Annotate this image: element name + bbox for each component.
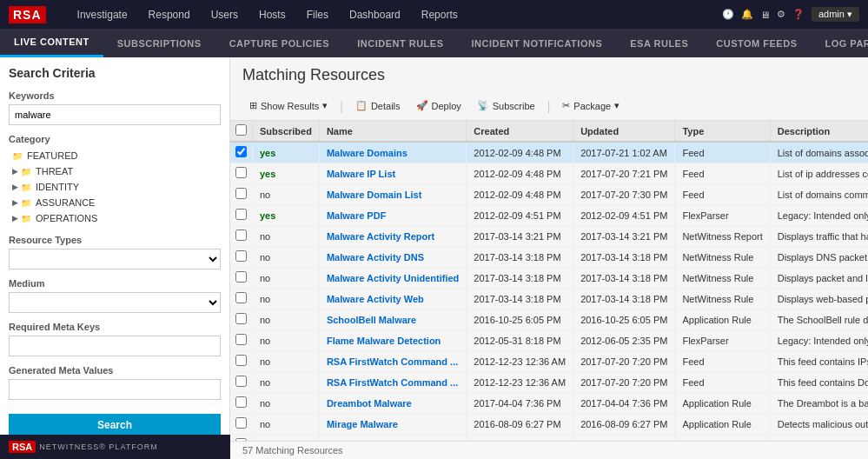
cat-featured[interactable]: 📁 FEATURED <box>9 148 221 163</box>
row-checkbox[interactable] <box>230 163 253 184</box>
row-name[interactable]: Flame Malware Detection <box>319 330 466 351</box>
col-description[interactable]: Description <box>770 121 868 142</box>
details-button[interactable]: 📋 Details <box>348 96 407 115</box>
subnav-esa-rules[interactable]: ESA RULES <box>616 29 702 57</box>
cat-identity-label: IDENTITY <box>36 182 79 192</box>
row-description: Displays traffic that has... <box>770 226 868 247</box>
cat-identity[interactable]: ▶ 📁 IDENTITY <box>9 179 221 195</box>
search-button[interactable]: Search <box>9 414 221 436</box>
row-checkbox[interactable] <box>230 372 253 393</box>
row-name[interactable]: SchoolBell Malware <box>319 309 466 330</box>
row-name[interactable]: Malware Domains <box>319 142 466 163</box>
col-updated[interactable]: Updated <box>573 121 675 142</box>
nav-hosts[interactable]: Hosts <box>248 0 296 29</box>
nav-users[interactable]: Users <box>201 0 248 29</box>
table-row[interactable]: no Dreambot Malware 2017-04-04 7:36 PM 2… <box>230 393 868 414</box>
subnav-capture-policies[interactable]: CAPTURE POLICIES <box>215 29 344 57</box>
subscribe-button[interactable]: 📡 Subscribe <box>470 96 542 115</box>
row-checkbox[interactable] <box>230 330 253 351</box>
nav-reports[interactable]: Reports <box>411 0 468 29</box>
keywords-input[interactable] <box>9 104 221 125</box>
row-checkbox[interactable] <box>230 289 253 309</box>
subnav-subscriptions[interactable]: SUBSCRIPTIONS <box>103 29 215 57</box>
col-subscribed[interactable]: Subscribed <box>253 121 320 142</box>
subnav-custom-feeds[interactable]: CUSTOM FEEDS <box>702 29 811 57</box>
clock-icon[interactable]: 🕐 <box>722 9 734 20</box>
show-results-button[interactable]: ⊞ Show Results ▾ <box>242 96 335 115</box>
row-checkbox[interactable] <box>230 393 253 414</box>
subnav-incident-rules[interactable]: INCIDENT RULES <box>343 29 457 57</box>
row-name[interactable]: ... <box>319 435 466 442</box>
table-row[interactable]: no Malware Activity DNS 2017-03-14 3:18 … <box>230 247 868 268</box>
table-row[interactable]: no Mirage Malware 2016-08-09 6:27 PM 201… <box>230 414 868 435</box>
nav-respond[interactable]: Respond <box>138 0 201 29</box>
required-meta-keys-input[interactable] <box>9 336 221 356</box>
row-checkbox[interactable] <box>230 226 253 247</box>
resource-types-select[interactable] <box>9 249 221 269</box>
row-checkbox[interactable] <box>230 414 253 435</box>
generated-meta-values-input[interactable] <box>9 379 221 400</box>
row-name[interactable]: Dreambot Malware <box>319 393 466 414</box>
row-description <box>770 435 868 442</box>
package-button[interactable]: ✂ Package ▾ <box>555 96 626 115</box>
nav-dashboard[interactable]: Dashboard <box>339 0 411 29</box>
settings-icon[interactable]: ⚙ <box>777 9 785 20</box>
row-name[interactable]: RSA FirstWatch Command ... <box>319 372 466 393</box>
main-content: Search Criteria Keywords Category 📁 FEAT… <box>0 57 868 459</box>
row-name[interactable]: Malware Domain List <box>319 184 466 205</box>
col-type[interactable]: Type <box>675 121 770 142</box>
row-description: This feed contains Dom... <box>770 372 868 393</box>
admin-button[interactable]: admin ▾ <box>812 7 859 22</box>
row-checkbox[interactable] <box>230 435 253 442</box>
row-name[interactable]: Malware PDF <box>319 205 466 226</box>
row-checkbox[interactable] <box>230 309 253 330</box>
row-checkbox[interactable] <box>230 351 253 372</box>
row-name[interactable]: Malware Activity Web <box>319 289 466 309</box>
col-created[interactable]: Created <box>467 121 573 142</box>
cat-operations[interactable]: ▶ 📁 OPERATIONS <box>9 210 221 226</box>
row-subscribed: no <box>253 184 320 205</box>
monitor-icon[interactable]: 🖥 <box>760 10 770 20</box>
medium-select[interactable] <box>9 292 221 313</box>
nav-files[interactable]: Files <box>296 0 339 29</box>
table-row[interactable]: yes Malware PDF 2012-02-09 4:51 PM 2012-… <box>230 205 868 226</box>
logo-rsa: RSA <box>9 6 46 23</box>
nav-investigate[interactable]: Investigate <box>67 0 138 29</box>
row-checkbox[interactable] <box>230 205 253 226</box>
help-icon[interactable]: ❓ <box>792 9 805 20</box>
table-row[interactable]: no Malware Activity Unidentified 2017-03… <box>230 268 868 289</box>
select-all-checkbox[interactable] <box>230 121 253 142</box>
deploy-button[interactable]: 🚀 Deploy <box>409 96 468 115</box>
row-checkbox[interactable] <box>230 268 253 289</box>
table-row[interactable]: no Malware Activity Web 2017-03-14 3:18 … <box>230 289 868 309</box>
row-name[interactable]: Malware Activity Report <box>319 226 466 247</box>
subnav-incident-notifications[interactable]: INCIDENT NOTIFICATIONS <box>458 29 617 57</box>
row-name[interactable]: RSA FirstWatch Command ... <box>319 351 466 372</box>
row-created: 2016-10-25 6:05 PM <box>467 309 573 330</box>
subnav-log-parser-rules[interactable]: LOG PARSER RULES <box>811 29 868 57</box>
table-row[interactable]: no Flame Malware Detection 2012-05-31 8:… <box>230 330 868 351</box>
row-name[interactable]: Mirage Malware <box>319 414 466 435</box>
row-name[interactable]: Malware Activity DNS <box>319 247 466 268</box>
sidebar-title: Search Criteria <box>9 66 221 80</box>
row-checkbox[interactable] <box>230 184 253 205</box>
table-row[interactable]: yes Malware Domains 2012-02-09 4:48 PM 2… <box>230 142 868 163</box>
row-checkbox[interactable] <box>230 247 253 268</box>
table-row[interactable]: no RSA FirstWatch Command ... 2012-12-23… <box>230 351 868 372</box>
cat-threat[interactable]: ▶ 📁 THREAT <box>9 163 221 179</box>
row-updated: 2017-07-20 7:20 PM <box>573 351 675 372</box>
row-name[interactable]: Malware IP List <box>319 163 466 184</box>
table-row[interactable]: no ... <box>230 435 868 442</box>
row-checkbox[interactable] <box>230 142 253 163</box>
table-row[interactable]: no Malware Activity Report 2017-03-14 3:… <box>230 226 868 247</box>
table-row[interactable]: no SchoolBell Malware 2016-10-25 6:05 PM… <box>230 309 868 330</box>
col-name[interactable]: Name <box>319 121 466 142</box>
subnav-live-content[interactable]: LIVE CONTENT <box>0 29 103 57</box>
table-row[interactable]: no RSA FirstWatch Command ... 2012-12-23… <box>230 372 868 393</box>
row-type: NetWitness Rule <box>675 289 770 309</box>
table-row[interactable]: no Malware Domain List 2012-02-09 4:48 P… <box>230 184 868 205</box>
table-row[interactable]: yes Malware IP List 2012-02-09 4:48 PM 2… <box>230 163 868 184</box>
row-name[interactable]: Malware Activity Unidentified <box>319 268 466 289</box>
bell-icon[interactable]: 🔔 <box>741 9 753 20</box>
cat-assurance[interactable]: ▶ 📁 ASSURANCE <box>9 195 221 210</box>
